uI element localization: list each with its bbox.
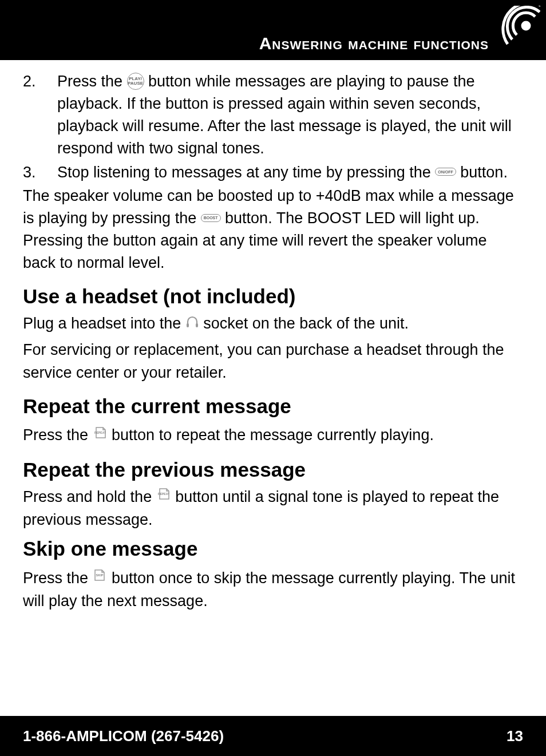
boost-icon: BOOST	[201, 214, 221, 222]
logo-arcs-icon	[492, 6, 540, 57]
step-text: Press the PLAY/ PAUSE button while messa…	[57, 70, 523, 160]
headset-plug-paragraph: Plug a headset into the socket on the ba…	[23, 312, 523, 335]
svg-text:SKIP: SKIP	[96, 573, 103, 577]
header-title: Answering machine functions	[259, 34, 489, 53]
text: Plug a headset into the	[23, 315, 185, 332]
repeat-button-icon: REPEAT	[93, 424, 108, 446]
step-number: 3.	[23, 161, 57, 184]
step-2: 2. Press the PLAY/ PAUSE button while me…	[23, 70, 523, 160]
step-text: Stop listening to messages at any time b…	[57, 161, 523, 184]
text: Press the	[57, 73, 127, 90]
text: Stop listening to messages at any time b…	[57, 164, 435, 181]
text: Press the	[23, 569, 93, 587]
boost-paragraph: The speaker volume can be boosted up to …	[23, 185, 523, 275]
skip-paragraph: Press the SKIP button once to skip the m…	[23, 567, 523, 613]
heading-headset: Use a headset (not included)	[23, 282, 523, 311]
svg-text:REPEAT: REPEAT	[94, 431, 106, 434]
skip-button-icon: SKIP	[93, 567, 108, 589]
play-pause-icon: PLAY/ PAUSE	[127, 73, 144, 90]
svg-rect-2	[196, 323, 198, 327]
svg-rect-1	[187, 323, 189, 327]
text: button.	[456, 164, 508, 181]
repeat-previous-paragraph: Press and hold the REPEAT button until a…	[23, 486, 523, 532]
heading-repeat-previous: Repeat the previous message	[23, 456, 523, 485]
step-number: 2.	[23, 70, 57, 160]
heading-repeat-current: Repeat the current message	[23, 392, 523, 421]
text: Press the	[23, 426, 93, 444]
repeat-current-paragraph: Press the REPEAT button to repeat the me…	[23, 424, 523, 447]
page-number: 13	[507, 727, 523, 745]
page-content: 2. Press the PLAY/ PAUSE button while me…	[0, 60, 546, 619]
headphones-icon	[185, 312, 199, 334]
page-footer: 1-866-AMPLICOM (267-5426) 13	[0, 716, 546, 756]
svg-text:REPEAT: REPEAT	[158, 492, 169, 496]
text: button to repeat the message currently p…	[108, 426, 434, 444]
on-off-icon: ON/OFF	[435, 168, 456, 176]
heading-skip: Skip one message	[23, 535, 523, 564]
footer-phone: 1-866-AMPLICOM (267-5426)	[23, 727, 224, 745]
page-header: Answering machine functions	[0, 0, 546, 60]
headset-service-paragraph: For servicing or replacement, you can pu…	[23, 339, 523, 383]
svg-point-0	[523, 22, 529, 29]
step-3: 3. Stop listening to messages at any tim…	[23, 161, 523, 184]
repeat-button-icon: REPEAT	[156, 485, 171, 508]
text: socket on the back of the unit.	[199, 315, 409, 332]
text: Press and hold the	[23, 488, 156, 505]
